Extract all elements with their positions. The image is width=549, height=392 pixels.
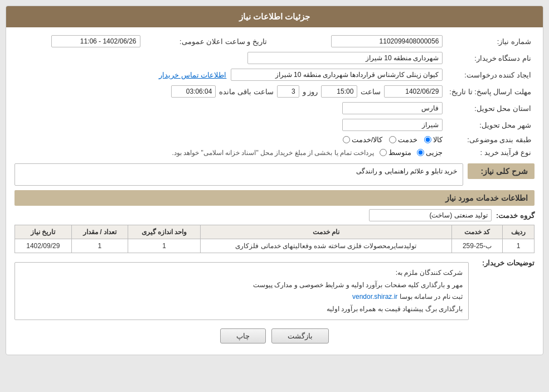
province-input	[342, 102, 443, 114]
category-khedmat-radio[interactable]: خدمت	[389, 135, 417, 144]
cell-service-name: تولیدسایرمحصولات فلزی ساخته شده وفعالیته…	[201, 239, 452, 253]
category-label: طبقه بندی موضوعی:	[446, 133, 535, 146]
purchase-type-jozyi-label: جزیی	[426, 148, 443, 157]
creator-input	[231, 69, 443, 81]
org-name-input	[247, 52, 443, 64]
creator-label: ایجاد کننده درخواست:	[446, 66, 535, 83]
announce-value-input	[51, 35, 140, 47]
services-section-title: اطلاعات خدمات مورد نیاز	[14, 190, 535, 206]
back-button[interactable]: بازگشت	[271, 328, 329, 343]
purchase-type-motavasset-label: متوسط	[388, 148, 411, 157]
buyer-notes-line3: ثبت نام در سامانه بوسا vendor.shiraz.ir	[21, 291, 463, 303]
buyer-notes-line4: بارگذاری برگ پیشنهاد قیمت به همراه برآور…	[21, 303, 463, 316]
category-kala-radio[interactable]: کالا	[424, 135, 443, 144]
reply-days-input	[277, 85, 299, 98]
remaining-time-input	[171, 85, 216, 98]
group-service-input	[369, 209, 492, 221]
reply-day-label: روز و	[303, 88, 318, 96]
buyer-notes-line1: شرکت کنندگان ملزم به:	[21, 267, 463, 279]
remaining-label: ساعت باقی مانده	[219, 88, 273, 96]
reply-time-input	[321, 85, 357, 98]
col-row-num: ردیف	[503, 225, 535, 239]
purchase-type-jozyi-radio[interactable]: جزیی	[417, 148, 443, 157]
buyer-notes-label: توضیحات خریدار:	[473, 259, 535, 267]
reply-time-label: ساعت	[361, 88, 381, 96]
org-name-label: نام دستگاه خریدار:	[446, 50, 535, 66]
summary-value: خرید تابلو و علائم راهنمایی و رانندگی	[14, 163, 463, 186]
reply-deadline-label: مهلت ارسال پاسخ: تا تاریخ:	[446, 83, 535, 100]
need-number-label: شماره نیاز:	[446, 33, 535, 50]
announce-label: تاریخ و ساعت اعلان عمومی:	[144, 33, 271, 50]
print-button[interactable]: چاپ	[220, 328, 266, 343]
col-service-name: نام خدمت	[201, 225, 452, 239]
col-quantity: تعداد / مقدار	[71, 225, 128, 239]
city-input	[342, 119, 443, 131]
cell-date: 1402/09/29	[15, 239, 72, 253]
province-label: استان محل تحویل:	[446, 100, 535, 117]
cell-unit: 1	[128, 239, 201, 253]
need-number-input	[331, 35, 443, 47]
table-row: 1 ب-25-259 تولیدسایرمحصولات فلزی ساخته ش…	[15, 239, 535, 253]
page-title: جزئیات اطلاعات نیاز	[6, 6, 543, 27]
purchase-type-notice: پرداخت تمام یا بخشی از مبلغ خریداز محل "…	[172, 149, 374, 157]
category-kala-khedmat-label: کالا/خدمت	[352, 135, 383, 144]
reply-date-input	[384, 85, 443, 98]
summary-section-label: شرح کلی نیاز:	[468, 163, 535, 179]
cell-quantity: 1	[71, 239, 128, 253]
creator-contact-link[interactable]: اطلاعات تماس خریدار	[159, 71, 226, 79]
cell-row-num: 1	[503, 239, 535, 253]
category-kala-khedmat-radio[interactable]: کالا/خدمت	[343, 135, 383, 144]
col-date: تاریخ نیاز	[15, 225, 72, 239]
city-label: شهر محل تحویل:	[446, 117, 535, 133]
purchase-type-label: نوع فرآیند خرید :	[446, 146, 535, 159]
buyer-notes-line2: مهر و بارگذاری کلیه صفحات برآورد اولیه و…	[21, 279, 463, 292]
category-khedmat-label: خدمت	[398, 135, 417, 144]
col-unit: واحد اندازه گیری	[128, 225, 201, 239]
group-service-label: گروه خدمت:	[496, 211, 535, 220]
vendor-link[interactable]: vendor.shiraz.ir	[352, 293, 397, 301]
col-service-code: کد خدمت	[451, 225, 502, 239]
buyer-notes-box: شرکت کنندگان ملزم به: مهر و بارگذاری کلی…	[14, 262, 469, 320]
cell-service-code: ب-25-259	[451, 239, 502, 253]
purchase-type-motavasset-radio[interactable]: متوسط	[380, 148, 411, 157]
category-kala-label: کالا	[433, 135, 443, 144]
